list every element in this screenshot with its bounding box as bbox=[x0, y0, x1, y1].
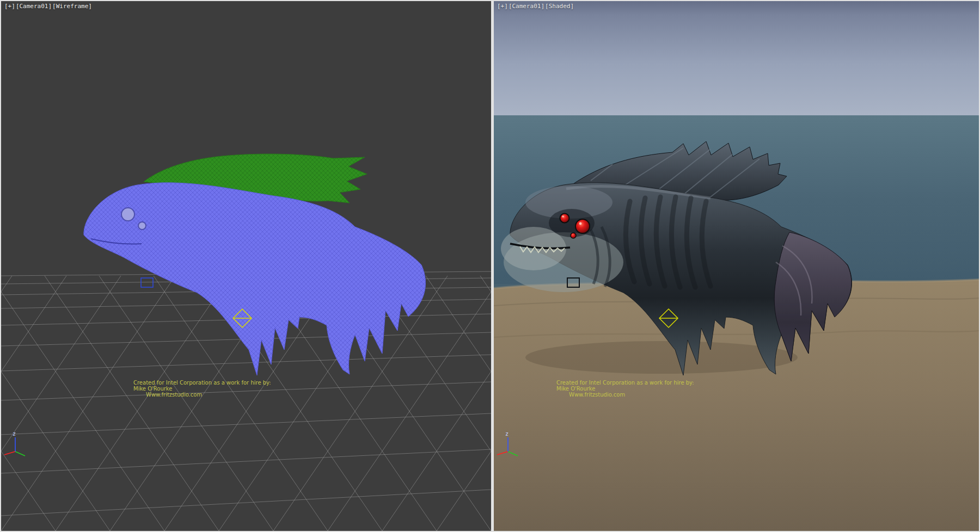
eye-specular-1 bbox=[579, 222, 582, 225]
viewport-pov-menu[interactable]: [Camera01] bbox=[16, 3, 52, 10]
viewport-split-area: z [+] [Camera01] [Wireframe] Created for… bbox=[0, 0, 980, 532]
watermark-line2: Mike O'Rourke bbox=[133, 386, 271, 392]
watermark-line3: Www.fritzstudio.com bbox=[556, 392, 694, 398]
shaded-canvas: z bbox=[494, 1, 979, 531]
fish-ground-shadow bbox=[525, 341, 798, 374]
helper-box-gizmo[interactable] bbox=[141, 278, 153, 287]
sky bbox=[494, 1, 979, 115]
viewport-general-menu[interactable]: [+] bbox=[4, 3, 15, 10]
viewport-shading-menu[interactable]: [Shaded] bbox=[545, 3, 574, 10]
watermark: Created for Intel Corporation as a work … bbox=[133, 380, 271, 398]
fish-eye-red-tiny bbox=[571, 233, 576, 238]
fish-eye-red-large bbox=[575, 219, 590, 233]
viewport-camera01-shaded[interactable]: z [+] [Camera01] [Shaded] Created for In… bbox=[494, 1, 979, 531]
y-axis-line bbox=[15, 451, 25, 456]
fish-eye-large-wireframe bbox=[121, 208, 134, 221]
wireframe-canvas: z bbox=[1, 1, 491, 531]
watermark-line1: Created for Intel Corporation as a work … bbox=[556, 380, 694, 386]
watermark-line3: Www.fritzstudio.com bbox=[133, 392, 271, 398]
viewport-shading-menu[interactable]: [Wireframe] bbox=[52, 3, 92, 10]
z-axis-label: z bbox=[13, 431, 16, 437]
viewport-camera01-wireframe[interactable]: z [+] [Camera01] [Wireframe] Created for… bbox=[1, 1, 491, 531]
fish-eye-red-small bbox=[560, 214, 569, 223]
viewport-label-right: [+] [Camera01] [Shaded] bbox=[497, 3, 574, 10]
watermark: Created for Intel Corporation as a work … bbox=[556, 380, 694, 398]
watermark-line2: Mike O'Rourke bbox=[556, 386, 694, 392]
fish-eye-small-wireframe bbox=[138, 222, 146, 230]
watermark-line1: Created for Intel Corporation as a work … bbox=[133, 380, 271, 386]
viewport-label-left: [+] [Camera01] [Wireframe] bbox=[4, 3, 92, 10]
eye-specular-2 bbox=[562, 215, 564, 217]
viewport-general-menu[interactable]: [+] bbox=[497, 3, 508, 10]
z-axis-label: z bbox=[505, 431, 509, 437]
fish-body-hatch bbox=[84, 183, 426, 375]
x-axis-line bbox=[4, 451, 15, 455]
viewport-pov-menu[interactable]: [Camera01] bbox=[509, 3, 544, 10]
